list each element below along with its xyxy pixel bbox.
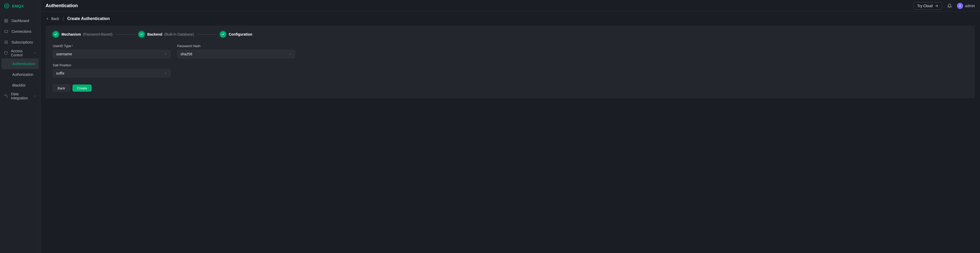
avatar: A <box>957 3 963 9</box>
check-icon <box>220 31 226 37</box>
breadcrumb-separator: | <box>63 17 64 21</box>
sidebar: EMQX Dashboard Connections Subscriptions <box>0 0 40 253</box>
sidebar-item-label: Authorization <box>12 72 33 76</box>
sidebar-item-dashboard[interactable]: Dashboard <box>0 15 40 26</box>
field-label: UserID Type* <box>53 44 170 48</box>
integration-icon <box>4 94 8 98</box>
svg-rect-6 <box>6 21 8 22</box>
password-hash-select[interactable]: sha256 <box>177 50 295 58</box>
chevron-down-icon <box>164 53 167 56</box>
bell-icon[interactable] <box>947 3 952 8</box>
stepper: Mechanism (Password-Based) Backend (Buil… <box>53 31 968 37</box>
sidebar-item-data-integration[interactable]: Data Integration <box>0 91 40 102</box>
field-label: Password Hash <box>177 44 295 48</box>
main: Authentication Try Cloud A admin <box>40 0 980 253</box>
topbar: Authentication Try Cloud A admin <box>40 0 980 12</box>
step-mechanism[interactable]: Mechanism (Password-Based) <box>53 31 112 37</box>
page-title: Authentication <box>46 3 78 8</box>
field-userid-type: UserID Type* username <box>53 44 170 58</box>
chevron-up-icon <box>33 51 37 54</box>
svg-rect-5 <box>5 21 6 22</box>
sidebar-item-subscriptions[interactable]: Subscriptions <box>0 37 40 48</box>
breadcrumb-title: Create Authentication <box>67 16 110 21</box>
form: UserID Type* username Password Hash sha <box>53 44 968 77</box>
step-configuration[interactable]: Configuration <box>220 31 252 37</box>
sidebar-item-authentication[interactable]: Authentication <box>2 58 39 69</box>
breadcrumb: Back | Create Authentication <box>46 16 975 21</box>
step-label: Backend (Built-in Database) <box>147 32 194 37</box>
field-salt-position: Salt Position suffix <box>53 63 170 77</box>
try-cloud-label: Try Cloud <box>917 4 933 8</box>
userid-type-select[interactable]: username <box>53 50 170 58</box>
user-name: admin <box>965 4 975 8</box>
field-password-hash: Password Hash sha256 <box>177 44 295 58</box>
nav: Dashboard Connections Subscriptions Acce… <box>0 12 40 102</box>
svg-rect-3 <box>5 19 6 21</box>
content: Back | Create Authentication Mechanism (… <box>40 12 980 103</box>
svg-rect-7 <box>5 30 8 32</box>
sidebar-item-label: Authentication <box>12 62 35 66</box>
step-connector <box>115 34 135 35</box>
step-label: Mechanism (Password-Based) <box>62 32 112 37</box>
svg-point-13 <box>6 97 8 97</box>
svg-rect-9 <box>5 41 8 44</box>
required-marker: * <box>72 44 73 48</box>
svg-marker-0 <box>5 3 9 8</box>
back-label: Back <box>51 17 59 21</box>
chevron-down-icon <box>164 72 167 75</box>
chevron-down-icon <box>33 94 37 97</box>
form-actions: Back Create <box>53 84 968 92</box>
step-backend[interactable]: Backend (Built-in Database) <box>138 31 194 37</box>
arrow-right-icon <box>935 4 938 8</box>
brand-icon <box>4 3 10 9</box>
sidebar-item-authorization[interactable]: Authorization <box>2 69 39 80</box>
select-value: suffix <box>56 71 64 75</box>
salt-position-select[interactable]: suffix <box>53 69 170 77</box>
shield-icon <box>4 51 8 55</box>
check-icon <box>53 31 59 37</box>
step-label: Configuration <box>229 32 252 37</box>
svg-point-12 <box>5 95 5 95</box>
check-icon <box>138 31 145 37</box>
connections-icon <box>4 29 8 34</box>
select-value: username <box>56 52 72 56</box>
sidebar-item-label: Connections <box>11 29 32 33</box>
try-cloud-button[interactable]: Try Cloud <box>913 2 942 10</box>
sidebar-item-connections[interactable]: Connections <box>0 26 40 37</box>
config-card: Mechanism (Password-Based) Backend (Buil… <box>46 25 975 98</box>
brand-name: EMQX <box>12 4 24 8</box>
sidebar-item-label: Dashboard <box>11 19 29 23</box>
step-connector <box>197 34 217 35</box>
chevron-down-icon <box>288 53 291 56</box>
sidebar-item-label: Subscriptions <box>11 40 33 44</box>
field-label: Salt Position <box>53 63 170 67</box>
user-menu[interactable]: A admin <box>957 3 975 9</box>
dashboard-icon <box>4 18 8 23</box>
svg-rect-4 <box>6 19 8 21</box>
back-button[interactable]: Back <box>53 84 70 92</box>
select-value: sha256 <box>180 52 192 56</box>
sidebar-item-label: Blacklist <box>12 83 25 88</box>
sidebar-item-label: Access Control <box>11 49 30 57</box>
sidebar-item-blacklist[interactable]: Blacklist <box>2 80 39 91</box>
create-button[interactable]: Create <box>72 84 92 92</box>
sidebar-item-label: Data Integration <box>11 92 30 100</box>
subscriptions-icon <box>4 40 8 45</box>
sidebar-item-access-control[interactable]: Access Control <box>0 48 40 58</box>
brand[interactable]: EMQX <box>0 0 40 12</box>
back-link[interactable]: Back <box>46 17 59 21</box>
chevron-left-icon <box>46 17 49 21</box>
